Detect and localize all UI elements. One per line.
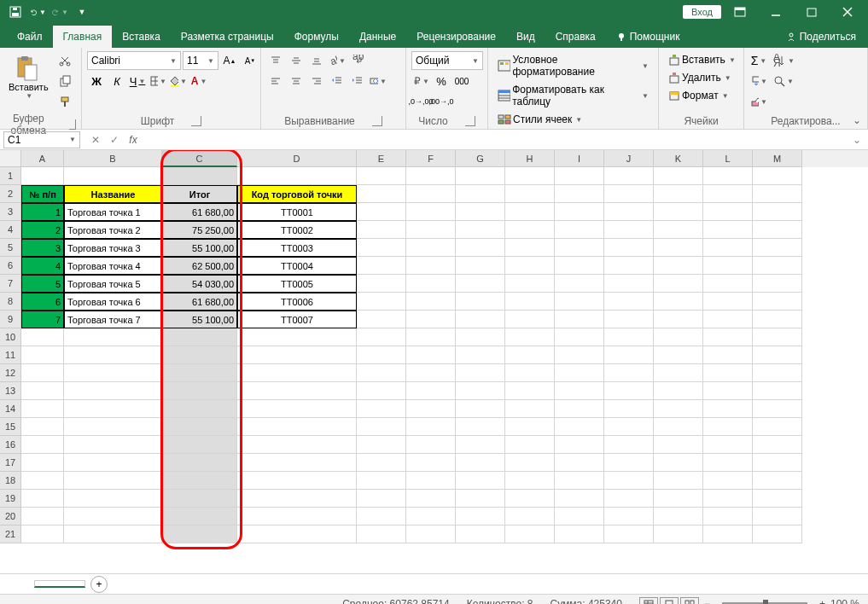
cell[interactable]: 2 [21,221,64,239]
italic-button[interactable]: К [108,72,126,90]
cell[interactable] [357,454,406,472]
cell[interactable] [21,328,64,346]
cell[interactable]: ТТ0006 [237,293,357,311]
cell[interactable] [64,508,162,526]
maximize-icon[interactable] [795,0,829,24]
cell[interactable] [406,328,456,346]
cell[interactable] [64,382,162,400]
cell[interactable] [753,221,802,239]
cell[interactable] [505,257,555,275]
zoom-in-icon[interactable]: + [819,598,825,605]
row-header-7[interactable]: 7 [0,275,21,293]
clear-icon[interactable]: ▼ [749,92,768,111]
cell[interactable] [604,526,654,543]
cell[interactable] [555,221,604,239]
cell[interactable]: 3 [21,239,64,257]
align-bottom-icon[interactable] [307,51,326,70]
cell[interactable] [456,418,505,436]
col-header-H[interactable]: H [505,150,555,167]
fx-icon[interactable]: fx [126,134,140,146]
cell[interactable] [505,293,555,311]
cell-styles-button[interactable]: Стили ячеек▼ [493,111,586,128]
cell[interactable]: ТТ0001 [237,203,357,221]
cell[interactable] [406,436,456,454]
login-button[interactable]: Вход [683,5,721,19]
decrease-font-icon[interactable]: A▼ [241,51,259,70]
col-header-E[interactable]: E [357,150,406,167]
cell[interactable] [406,472,456,490]
cell[interactable] [753,472,802,490]
tab-home[interactable]: Главная [53,26,113,48]
cell[interactable] [654,364,703,382]
col-header-F[interactable]: F [406,150,456,167]
cell[interactable]: ТТ0003 [237,239,357,257]
cell[interactable] [654,508,703,526]
cell[interactable] [406,454,456,472]
cell[interactable] [654,454,703,472]
clipboard-launcher[interactable] [69,119,76,130]
bold-button[interactable]: Ж [87,72,106,90]
cell[interactable] [703,418,753,436]
cell[interactable] [162,436,237,454]
cell[interactable] [753,328,802,346]
save-icon[interactable] [7,3,24,20]
cell[interactable] [456,167,505,185]
cell[interactable] [753,203,802,221]
cell[interactable] [456,490,505,508]
row-header-2[interactable]: 2 [0,185,21,203]
cell[interactable] [753,364,802,382]
cell[interactable] [703,293,753,311]
cell[interactable] [237,418,357,436]
cell[interactable] [21,472,64,490]
cell[interactable] [64,400,162,418]
cell[interactable] [162,508,237,526]
cell[interactable] [703,382,753,400]
cell[interactable] [357,311,406,328]
cell[interactable] [21,382,64,400]
cell[interactable] [703,400,753,418]
cell[interactable] [456,508,505,526]
cell[interactable]: Название [64,185,162,203]
cell[interactable] [604,328,654,346]
cell[interactable] [456,526,505,543]
cell[interactable] [703,185,753,203]
cell[interactable] [753,311,802,328]
cell[interactable] [654,221,703,239]
comma-icon[interactable]: 000 [452,72,471,90]
cell[interactable] [406,382,456,400]
cell[interactable] [456,472,505,490]
cell[interactable] [703,364,753,382]
cell[interactable] [505,203,555,221]
cell[interactable] [456,185,505,203]
align-left-icon[interactable] [266,72,285,90]
cell[interactable]: Торговая точка 4 [64,257,162,275]
ribbon-display-icon[interactable] [723,0,757,24]
cell[interactable] [21,454,64,472]
cell[interactable]: 1 [21,203,64,221]
align-middle-icon[interactable] [287,51,306,70]
page-layout-view-icon[interactable] [660,597,679,605]
cell[interactable] [357,275,406,293]
normal-view-icon[interactable] [639,597,658,605]
cell[interactable] [21,167,64,185]
cell[interactable] [162,418,237,436]
cell[interactable] [753,454,802,472]
paste-button[interactable]: Вставить▼ [5,51,52,103]
col-header-C[interactable]: C [162,150,237,167]
row-header-3[interactable]: 3 [0,203,21,221]
cell[interactable] [505,364,555,382]
cell[interactable] [357,364,406,382]
cell[interactable]: 55 100,00 [162,311,237,328]
align-center-icon[interactable] [287,72,306,90]
cell[interactable] [703,275,753,293]
cell[interactable] [505,508,555,526]
cell[interactable] [162,364,237,382]
cell[interactable] [505,346,555,364]
cell[interactable] [357,328,406,346]
cell[interactable]: 54 030,00 [162,275,237,293]
cell[interactable] [753,418,802,436]
cell[interactable] [505,275,555,293]
cell[interactable] [357,526,406,543]
cell[interactable] [753,436,802,454]
cell[interactable] [162,400,237,418]
